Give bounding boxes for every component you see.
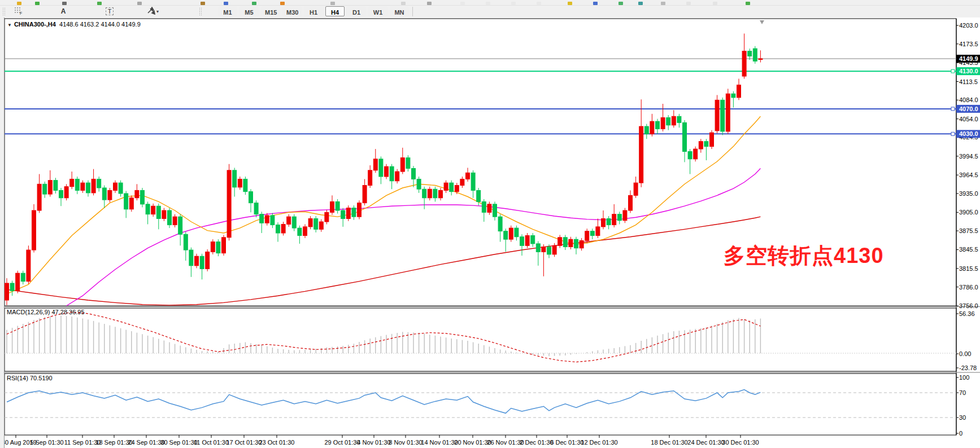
toolbar-grip[interactable] [199,7,202,16]
panel-frames [0,19,980,435]
svg-text:F: F [20,11,22,15]
tab-timeframe-h1[interactable]: H1 [304,6,323,16]
cropped-icon [686,2,691,5]
tab-timeframe-m15[interactable]: M15 [261,6,280,16]
chevron-down-icon: ▾ [156,9,159,14]
svg-text:4173.5: 4173.5 [959,41,978,47]
hline-price-badge: 4130.0 [956,67,980,75]
svg-text:4030.0: 4030.0 [959,130,978,137]
symbol-dropdown-icon[interactable]: ▼ [7,23,12,28]
toolbar-separator [412,7,413,16]
price-axis[interactable]: 4203.04173.54143.54113.54084.04054.04024… [956,22,978,309]
cropped-icon [280,2,285,5]
cropped-icon [224,2,228,5]
text-tool-icon[interactable]: T [102,6,117,16]
svg-text:3786.0: 3786.0 [959,284,978,291]
chart-toolbar: F A T ▾ M1 M5 M15 M30 H1 H4 D1 W1 MN [0,6,980,18]
tab-timeframe-m1[interactable]: M1 [218,6,237,16]
macd-signal-line [7,312,760,362]
svg-text:30 Sep 01:30: 30 Sep 01:30 [160,439,197,446]
tab-timeframe-m5[interactable]: M5 [239,6,259,16]
horizontal-line-4070.0[interactable] [5,107,956,111]
svg-text:4 Nov 01:30: 4 Nov 01:30 [357,439,390,446]
tab-timeframe-h4[interactable]: H4 [325,6,345,16]
svg-text:4070.0: 4070.0 [959,106,978,112]
chart-canvas[interactable]: 4203.04173.54143.54113.54084.04054.04024… [0,17,980,448]
ohlc-values: 4148.6 4163.2 4144.0 4149.9 [59,21,141,28]
horizontal-line-4130.0[interactable] [5,69,956,73]
macd-indicator-name: MACD(12,26,9) [7,309,50,315]
hline-price-badge: 4070.0 [956,105,980,113]
cropped-icon [486,2,490,5]
svg-text:3935.0: 3935.0 [959,190,978,197]
svg-text:0: 0 [959,430,962,437]
cropped-icon [401,2,406,5]
cropped-icon [568,2,572,5]
cropped-icon [62,2,67,5]
rsi-line [7,390,760,414]
svg-text:3815.5: 3815.5 [959,265,978,272]
tab-timeframe-mn[interactable]: MN [390,6,409,16]
cropped-icon [17,2,21,5]
macd-histogram [5,315,956,356]
svg-text:14 Nov 01:30: 14 Nov 01:30 [421,439,458,446]
svg-text:24 Sep 01:30: 24 Sep 01:30 [128,439,164,446]
svg-text:30: 30 [959,414,966,421]
svg-text:30 Dec 01:30: 30 Dec 01:30 [722,439,759,446]
cropped-icon [460,2,465,5]
ma-mid-magenta-line [67,169,761,306]
cropped-icon [97,2,102,5]
cropped-icon [330,2,335,5]
svg-text:3845.5: 3845.5 [959,246,978,253]
macd-axis: 56.360.00-23.78 [956,310,977,371]
svg-text:3875.5: 3875.5 [959,227,978,234]
svg-text:4149.9: 4149.9 [959,55,978,62]
candles-layer [5,33,763,305]
cropped-icon [713,2,717,5]
fibonacci-icon[interactable]: F [14,6,29,16]
cropped-icon [593,2,598,5]
svg-text:2 Dec 01:30: 2 Dec 01:30 [520,439,553,446]
cropped-icon [661,2,665,5]
tab-timeframe-w1[interactable]: W1 [368,6,387,16]
svg-text:8 Nov 01:30: 8 Nov 01:30 [389,439,422,446]
svg-text:29 Oct 01:30: 29 Oct 01:30 [325,439,360,446]
cropped-icon [537,2,541,5]
cropped-icon [35,2,40,5]
cropped-toolbar-icons [0,0,980,6]
arrows-tool-icon[interactable]: ▾ [146,6,168,16]
ma-slow-red-line [7,217,760,305]
cropped-icon [252,2,256,5]
macd-panel-title: MACD(12,26,9) 47.28 36.95 [7,309,85,315]
chart-shift-icon[interactable] [760,20,764,24]
time-axis[interactable]: 30 Aug 20195 Sep 01:3011 Sep 01:3018 Sep… [2,435,759,446]
svg-text:11 Oct 01:30: 11 Oct 01:30 [194,439,229,446]
tab-timeframe-m30[interactable]: M30 [282,6,302,16]
svg-text:0.00: 0.00 [959,350,971,357]
svg-text:3994.5: 3994.5 [959,153,978,160]
svg-text:70: 70 [959,389,966,396]
svg-text:3964.5: 3964.5 [959,172,978,178]
horizontal-line-4030.0[interactable] [5,132,956,135]
current-price-badge: 4149.9 [956,55,980,63]
symbol-name: CHINA300-,H4 [14,21,56,28]
ma-fast-orange-line [7,116,760,294]
svg-text:4084.0: 4084.0 [959,96,978,103]
svg-text:100: 100 [959,374,969,381]
text-label-icon[interactable]: A [55,6,71,16]
tab-timeframe-d1[interactable]: D1 [347,6,366,16]
svg-text:18 Sep 01:30: 18 Sep 01:30 [95,439,132,446]
svg-text:24 Dec 01:30: 24 Dec 01:30 [687,439,724,446]
window-left-edge [0,17,5,448]
cropped-icon [427,2,432,5]
svg-text:-23.78: -23.78 [959,364,977,371]
svg-text:3756.0: 3756.0 [959,302,978,309]
svg-text:4130.0: 4130.0 [959,68,978,74]
chart-text-annotation: 多空转折点4130 [724,241,884,270]
toolbar-grip[interactable] [2,7,5,16]
svg-text:20 Nov 01:30: 20 Nov 01:30 [454,439,491,446]
svg-text:18 Dec 01:30: 18 Dec 01:30 [651,439,687,446]
hline-price-badge: 4030.0 [956,130,980,138]
chart-window: 4203.04173.54143.54113.54084.04054.04024… [0,17,980,448]
svg-text:6 Dec 01:30: 6 Dec 01:30 [550,439,583,446]
